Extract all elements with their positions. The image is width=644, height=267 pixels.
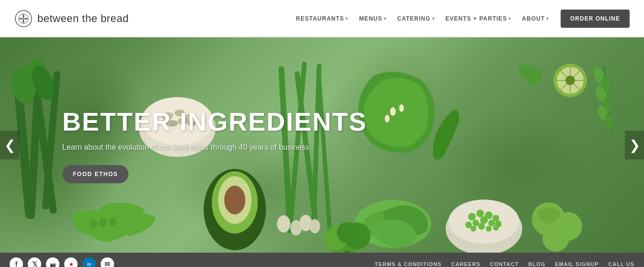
footer-social-links: f 𝕏 📷 ★ in ✉ bbox=[10, 257, 114, 267]
svg-point-51 bbox=[486, 226, 492, 232]
nav-about[interactable]: ABOUT ▾ bbox=[518, 12, 553, 25]
logo-icon bbox=[14, 10, 33, 28]
hero-title: BETTER INGREDIENTS bbox=[62, 107, 367, 136]
chevron-down-icon: ▾ bbox=[508, 16, 511, 21]
svg-point-35 bbox=[99, 218, 107, 227]
nav-events[interactable]: EVENTS + PARTIES ▾ bbox=[442, 12, 516, 25]
facebook-icon[interactable]: f bbox=[10, 257, 23, 267]
svg-point-44 bbox=[472, 220, 479, 226]
hero-prev-button[interactable]: ❮ bbox=[0, 131, 19, 159]
footer-blog-link[interactable]: BLOG bbox=[528, 261, 545, 267]
svg-point-33 bbox=[385, 115, 390, 122]
footer-contact-link[interactable]: CONTACT bbox=[490, 261, 519, 267]
header: between the bread RESTAURANTS ▾ MENUS ▾ … bbox=[0, 0, 644, 37]
twitter-icon[interactable]: 𝕏 bbox=[28, 257, 41, 267]
footer-email-signup-link[interactable]: EMAIL SIGNUP bbox=[555, 261, 598, 267]
footer-terms-link[interactable]: TERMS & CONDITIONS bbox=[375, 261, 442, 267]
svg-point-55 bbox=[542, 225, 569, 252]
nav-menus[interactable]: MENUS ▾ bbox=[355, 12, 390, 25]
logo-area[interactable]: between the bread bbox=[14, 10, 129, 28]
order-online-button[interactable]: ORDER ONLINE bbox=[561, 10, 630, 28]
svg-point-36 bbox=[109, 218, 116, 226]
chevron-down-icon: ▾ bbox=[432, 16, 435, 21]
email-icon[interactable]: ✉ bbox=[101, 257, 114, 267]
chevron-down-icon: ▾ bbox=[345, 16, 348, 21]
svg-point-27 bbox=[277, 215, 290, 233]
svg-point-32 bbox=[399, 104, 404, 112]
footer-careers-link[interactable]: CAREERS bbox=[451, 261, 481, 267]
svg-point-34 bbox=[90, 219, 97, 229]
hero-subtitle: Learn about the evolution of our food et… bbox=[62, 143, 367, 152]
svg-point-41 bbox=[476, 210, 484, 217]
linkedin-icon[interactable]: in bbox=[82, 257, 96, 267]
chevron-down-icon: ▾ bbox=[546, 16, 549, 21]
svg-point-50 bbox=[478, 223, 485, 230]
svg-point-46 bbox=[488, 220, 495, 226]
hero-next-button[interactable]: ❯ bbox=[625, 131, 644, 159]
footer: f 𝕏 📷 ★ in ✉ TERMS & CONDITIONS CAREERS … bbox=[0, 253, 644, 267]
instagram-icon[interactable]: 📷 bbox=[46, 257, 59, 267]
svg-point-59 bbox=[337, 222, 358, 243]
logo-text: between the bread bbox=[37, 12, 129, 25]
hero-section: BETTER INGREDIENTS Learn about the evolu… bbox=[0, 37, 644, 253]
svg-point-49 bbox=[471, 226, 476, 232]
chevron-down-icon: ▾ bbox=[384, 16, 387, 21]
food-ethos-button[interactable]: FOOD ETHOS bbox=[62, 165, 128, 183]
footer-links: TERMS & CONDITIONS CAREERS CONTACT BLOG … bbox=[375, 261, 634, 267]
svg-point-21 bbox=[224, 186, 245, 214]
svg-point-31 bbox=[390, 107, 396, 116]
main-nav: RESTAURANTS ▾ MENUS ▾ CATERING ▾ EVENTS … bbox=[292, 10, 630, 28]
svg-point-52 bbox=[493, 225, 499, 231]
yelp-icon[interactable]: ★ bbox=[64, 257, 78, 267]
svg-point-30 bbox=[310, 219, 320, 234]
svg-point-40 bbox=[468, 213, 476, 221]
nav-restaurants[interactable]: RESTAURANTS ▾ bbox=[292, 12, 353, 25]
footer-call-us-link[interactable]: CALL US bbox=[609, 261, 634, 267]
hero-content: BETTER INGREDIENTS Learn about the evolu… bbox=[62, 107, 367, 183]
nav-catering[interactable]: CATERING ▾ bbox=[393, 12, 439, 25]
svg-point-45 bbox=[480, 216, 488, 224]
